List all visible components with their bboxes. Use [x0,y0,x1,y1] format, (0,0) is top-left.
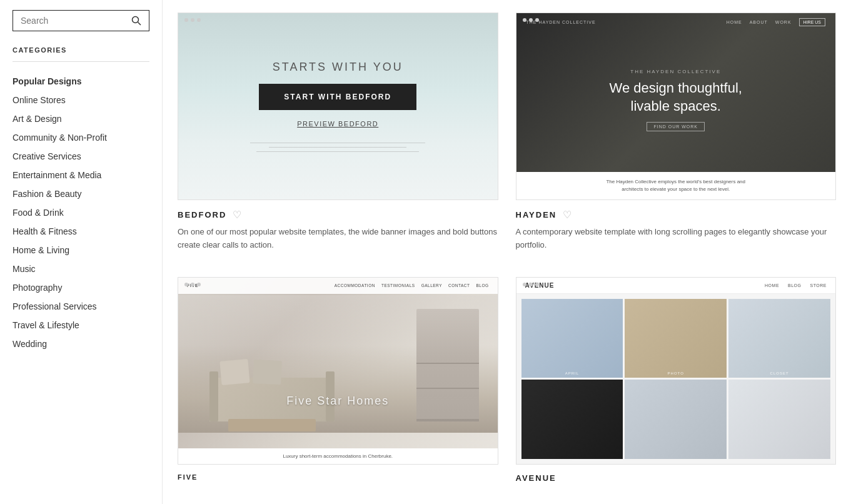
dot-3 [197,18,201,22]
hayden-description: A contemporary website template with lon… [516,226,837,252]
sidebar-item-creative-services[interactable]: Creative Services [13,147,149,166]
dot-3 [535,283,539,286]
dot-1 [523,283,526,286]
five-light [178,295,498,358]
avenue-nav-blog: BLOG [788,283,801,288]
sidebar-item-wedding[interactable]: Wedding [13,335,149,353]
five-name: FIVE [178,473,198,481]
template-card-five: FIVE ACCOMMODATION TESTIMONIALS GALLERY … [178,277,498,488]
search-input[interactable] [21,16,131,26]
bedford-cta-button[interactable]: START WITH BEDFORD [259,84,416,110]
template-card-hayden: THE HAYDEN COLLECTIVE HOME ABOUT WORK HI… [516,13,837,252]
dot-2 [529,18,533,22]
avenue-preview-dots [523,283,539,286]
avenue-img-2: PHOTO [625,299,727,378]
sidebar-item-health-fitness[interactable]: Health & Fitness [13,222,149,241]
bedford-preview[interactable]: STARTS WITH YOU START WITH BEDFORD PREVI… [178,13,498,200]
hayden-find-work-btn[interactable]: FIND OUR WORK [647,122,705,131]
hayden-headline-line1: We design thoughtful, [610,80,742,96]
five-pillow-1 [219,359,249,385]
five-pillow-2 [253,359,282,384]
hayden-nav-home: HOME [727,20,742,24]
five-nav-contact: CONTACT [448,283,470,288]
dot-1 [184,18,188,22]
avenue-preview[interactable]: AVENUE HOME BLOG STORE APRIL PHOTO [516,277,837,465]
hayden-nav-hire: HIRE US [799,18,825,26]
hayden-bottom-bar: The Hayden Collective employs the world'… [516,172,836,199]
avenue-info: AVENUE [516,465,837,488]
sidebar-item-home-living[interactable]: Home & Living [13,241,149,260]
search-icon [131,16,141,26]
hayden-nav: HOME ABOUT WORK HIRE US [727,18,825,26]
bedford-tagline: STARTS WITH YOU [273,61,403,74]
five-caption-text: Luxury short-term accommodations in Cher… [187,453,489,459]
main-content: STARTS WITH YOU START WITH BEDFORD PREVI… [163,0,851,504]
avenue-photo-grid: APRIL PHOTO CLOSET [516,294,836,464]
categories-label: CATEGORIES [13,46,149,54]
five-sofa-arm-left [209,371,218,421]
five-nav-gallery: GALLERY [421,283,442,288]
five-room-container [178,278,498,464]
search-button[interactable] [131,16,141,26]
hayden-top-bar: THE HAYDEN COLLECTIVE HOME ABOUT WORK HI… [516,13,836,31]
sidebar-item-travel-lifestyle[interactable]: Travel & Lifestyle [13,316,149,335]
line-3 [256,151,419,152]
five-tagline-container: Five Star Homes [286,395,389,408]
sidebar-item-online-stores[interactable]: Online Stores [13,91,149,109]
hayden-headline-line2: livable spaces. [631,98,721,114]
five-nav-accommodation: ACCOMMODATION [335,283,375,288]
template-card-avenue: AVENUE HOME BLOG STORE APRIL PHOTO [516,277,837,488]
five-preview[interactable]: FIVE ACCOMMODATION TESTIMONIALS GALLERY … [178,277,498,465]
avenue-name-row: AVENUE [516,473,837,483]
avenue-label-1: APRIL [565,371,579,378]
five-preview-dots [184,283,201,286]
bedford-info: BEDFORD ♡ On one of our most popular web… [178,200,498,252]
avenue-top-bar: AVENUE HOME BLOG STORE [516,278,836,294]
hayden-name: HAYDEN [516,210,557,219]
avenue-img-4 [521,380,623,459]
hayden-favorite-icon[interactable]: ♡ [563,209,572,221]
avenue-img-1: APRIL [521,299,623,378]
avenue-img-6 [728,380,830,459]
sidebar-item-professional-services[interactable]: Professional Services [13,297,149,316]
sidebar-item-photography[interactable]: Photography [13,278,149,297]
avenue-label-2: PHOTO [668,371,684,378]
five-shelf-3 [416,363,479,364]
five-name-row: FIVE [178,473,498,481]
hayden-brand-subtitle: THE HAYDEN COLLECTIVE [610,69,742,74]
sidebar-item-community-nonprofit[interactable]: Community & Non-Profit [13,128,149,147]
five-caption: Luxury short-term accommodations in Cher… [178,448,498,464]
svg-point-0 [133,17,139,23]
avenue-img-5 [625,380,727,459]
avenue-label-3: CLOSET [770,371,789,378]
five-nav-testimonials: TESTIMONIALS [381,283,415,288]
sidebar-item-music[interactable]: Music [13,260,149,278]
dot-1 [523,18,526,22]
bedford-preview-link[interactable]: PREVIEW BEDFORD [297,120,378,128]
five-tagline: Five Star Homes [286,395,389,408]
bedford-preview-dots [184,18,201,22]
five-shelf-2 [416,388,479,389]
avenue-img-3: CLOSET [728,299,830,378]
sidebar: CATEGORIES Popular Designs Online Stores… [0,0,163,504]
hayden-preview-dots [523,18,539,22]
five-table [228,419,316,431]
search-container [13,10,149,31]
dot-3 [197,283,201,286]
categories-nav: Popular Designs Online Stores Art & Desi… [13,72,149,353]
bedford-favorite-icon[interactable]: ♡ [233,209,241,221]
hayden-center-content: THE HAYDEN COLLECTIVE We design thoughtf… [610,69,742,131]
avenue-nav-store: STORE [810,283,827,288]
sidebar-item-food-drink[interactable]: Food & Drink [13,203,149,222]
dot-2 [191,283,194,286]
sidebar-item-art-design[interactable]: Art & Design [13,109,149,128]
sidebar-item-popular-designs[interactable]: Popular Designs [13,72,149,91]
hayden-headline: We design thoughtful, livable spaces. [610,79,742,115]
template-card-bedford: STARTS WITH YOU START WITH BEDFORD PREVI… [178,13,498,252]
hayden-preview[interactable]: THE HAYDEN COLLECTIVE HOME ABOUT WORK HI… [516,13,837,200]
sidebar-item-fashion-beauty[interactable]: Fashion & Beauty [13,184,149,203]
bedford-description: On one of our most popular website templ… [178,226,498,252]
line-2 [269,147,406,148]
sidebar-item-entertainment-media[interactable]: Entertainment & Media [13,166,149,184]
avenue-nav-home: HOME [765,283,779,288]
